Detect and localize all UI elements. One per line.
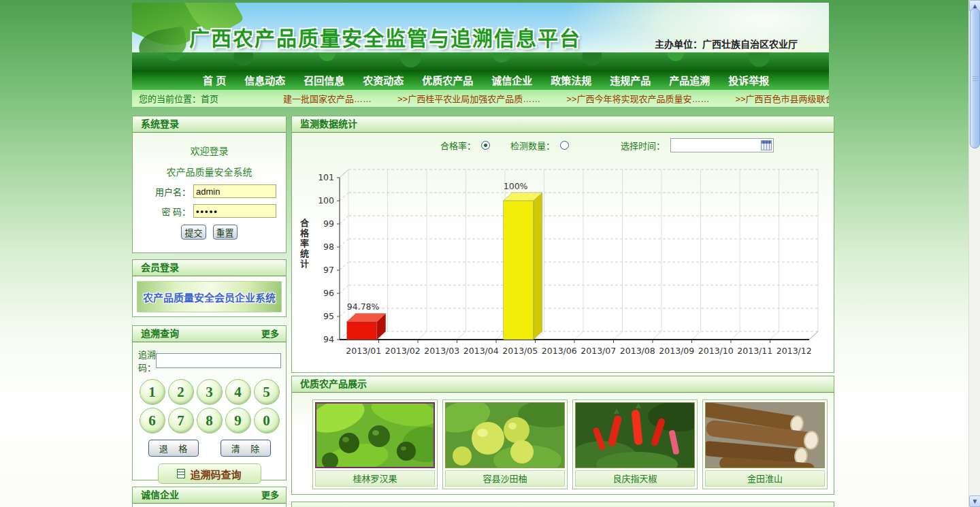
welcome-text: 欢迎登录	[133, 144, 286, 157]
news-link[interactable]: >>广西百色市县两级联合执法检……	[735, 92, 829, 105]
nav-item-trace[interactable]: 产品追溯	[669, 73, 710, 87]
product-card[interactable]: 桂林罗汉果	[312, 399, 438, 489]
trace-more-link[interactable]: 更多	[261, 326, 279, 342]
keypad-button-8[interactable]: 8	[197, 408, 223, 434]
submit-button[interactable]: 提交	[181, 225, 206, 240]
nav-item-home[interactable]: 首 页	[203, 73, 226, 87]
date-picker-box	[670, 138, 774, 152]
news-link[interactable]: >>广西今年将实现农产品质量安……	[566, 92, 709, 105]
svg-text:2013/08: 2013/08	[620, 346, 655, 356]
member-system-banner-text: 农产品质量安全会员企业系统	[143, 290, 276, 304]
treeline-decoration	[132, 52, 829, 70]
trace-query-title: 追溯查询	[141, 326, 179, 342]
product-image-chili	[575, 402, 695, 468]
svg-text:2013/03: 2013/03	[424, 346, 459, 356]
keypad-button-9[interactable]: 9	[225, 408, 251, 434]
keypad-button-3[interactable]: 3	[197, 379, 223, 405]
keypad-button-0[interactable]: 0	[254, 408, 280, 434]
member-system-banner[interactable]: 农产品质量安全会员企业系统	[137, 281, 282, 312]
main-nav: 首 页 信息动态 召回信息 农资动态 优质农产品 诚信企业 政策法规 违规产品 …	[132, 70, 829, 89]
svg-text:101: 101	[318, 172, 334, 182]
keypad-button-7[interactable]: 7	[168, 408, 194, 434]
svg-text:2013/07: 2013/07	[581, 346, 616, 356]
site-banner: 广西农产品质量安全监管与追溯信息平台 主办单位：广西壮族自治区农业厅	[132, 3, 829, 70]
scrollbar-thumb[interactable]	[970, 8, 980, 148]
product-image-yam	[705, 402, 825, 468]
nav-item-recall[interactable]: 召回信息	[304, 73, 344, 87]
chart-y-axis-label: 合格率统计	[297, 218, 310, 269]
username-field[interactable]	[193, 184, 276, 198]
honest-more-link[interactable]: 更多	[261, 487, 279, 503]
trace-code-query-label: 追溯码查询	[190, 467, 241, 481]
pass-rate-radio[interactable]	[481, 141, 490, 150]
calendar-icon[interactable]	[761, 140, 772, 150]
news-link[interactable]: 建一批国家农产品……	[283, 92, 372, 105]
site-organizer: 主办单位：广西壮族自治区农业厅	[655, 37, 798, 50]
document-icon	[177, 469, 185, 478]
product-card[interactable]: 良庆指天椒	[572, 399, 698, 489]
product-card[interactable]: 容县沙田柚	[442, 399, 568, 489]
news-link[interactable]: >>广西桂平农业局加强农产品质……	[397, 92, 540, 105]
reset-button[interactable]: 重置	[213, 225, 238, 240]
monitor-stats-panel: 监测数据统计 合格率： 检测数量： 选择时间： 合格率统计	[291, 116, 834, 373]
trace-code-field[interactable]	[156, 353, 281, 368]
keypad-button-2[interactable]: 2	[168, 379, 194, 405]
honest-enterprises-title: 诚信企业	[141, 487, 179, 503]
product-card[interactable]: 金田淮山	[702, 399, 828, 489]
detect-count-label: 检测数量：	[510, 139, 555, 152]
nav-item-agri-supplies[interactable]: 农资动态	[363, 73, 404, 87]
nav-item-violations[interactable]: 违规产品	[610, 73, 651, 87]
clear-button[interactable]: 清 除	[220, 440, 271, 457]
bar-chart: 9495969798991001012013/012013/022013/032…	[304, 157, 834, 363]
scroll-down-arrow-icon[interactable]: ▼	[969, 495, 980, 507]
pass-rate-label: 合格率：	[440, 139, 476, 152]
product-name: 金田淮山	[705, 470, 825, 487]
honest-enterprises-panel: 诚信企业 更多	[132, 487, 287, 507]
svg-text:100%: 100%	[504, 181, 528, 191]
site-title: 广西农产品质量安全监管与追溯信息平台	[189, 22, 581, 52]
svg-text:2013/04: 2013/04	[463, 346, 499, 356]
nav-item-quality-products[interactable]: 优质农产品	[422, 73, 473, 87]
system-name-text: 农产品质量安全系统	[133, 165, 286, 178]
svg-text:100: 100	[318, 195, 334, 206]
svg-text:96: 96	[323, 288, 334, 298]
trace-code-query-button[interactable]: 追溯码查询	[158, 463, 261, 484]
product-image-shatian-pomelo	[445, 402, 565, 468]
monitor-stats-title: 监测数据统计	[300, 116, 357, 132]
nav-item-complaints[interactable]: 投诉举报	[728, 73, 769, 87]
svg-text:97: 97	[323, 265, 334, 275]
svg-text:2013/01: 2013/01	[346, 346, 381, 356]
member-login-panel: 会员登录 农产品质量安全会员企业系统	[132, 259, 287, 317]
sidebar: 系统登录 欢迎登录 农产品质量安全系统 用户名： 密 码： 提交 重置	[132, 116, 287, 507]
scrollbar[interactable]: ▲ ▼	[968, 0, 980, 507]
system-login-panel: 系统登录 欢迎登录 农产品质量安全系统 用户名： 密 码： 提交 重置	[132, 116, 287, 253]
keypad-button-4[interactable]: 4	[225, 379, 251, 405]
detect-count-radio[interactable]	[560, 141, 569, 150]
system-login-title: 系统登录	[141, 116, 179, 132]
product-image-luohanguo	[315, 402, 435, 468]
svg-text:2013/02: 2013/02	[385, 346, 421, 356]
svg-text:94.78%: 94.78%	[347, 301, 380, 312]
keypad-button-5[interactable]: 5	[254, 379, 280, 405]
password-field[interactable]	[193, 204, 276, 218]
password-label: 密 码：	[161, 205, 191, 218]
product-name: 良庆指天椒	[575, 470, 695, 487]
main-column: 监测数据统计 合格率： 检测数量： 选择时间： 合格率统计	[291, 116, 834, 507]
svg-text:2013/09: 2013/09	[659, 346, 694, 356]
page-container: 广西农产品质量安全监管与追溯信息平台 主办单位：广西壮族自治区农业厅 首 页 信…	[132, 3, 834, 507]
svg-text:2013/11: 2013/11	[737, 346, 772, 356]
nav-item-policies[interactable]: 政策法规	[551, 73, 591, 87]
keypad-button-6[interactable]: 6	[140, 408, 165, 434]
date-input[interactable]	[671, 139, 758, 152]
nav-item-news[interactable]: 信息动态	[244, 73, 285, 87]
keypad-button-1[interactable]: 1	[140, 379, 165, 405]
backspace-button[interactable]: 退 格	[148, 440, 199, 457]
quality-products-title: 优质农产品展示	[300, 376, 367, 392]
breadcrumb-ticker-bar: 您的当前位置：首页 建一批国家农产品…… >>广西桂平农业局加强农产品质…… >…	[132, 89, 829, 107]
partial-next-panel	[291, 502, 834, 507]
username-label: 用户名：	[155, 185, 191, 198]
breadcrumb: 您的当前位置：首页	[132, 92, 218, 105]
nav-item-honest-enterprises[interactable]: 诚信企业	[491, 73, 532, 87]
chart-area: 合格率统计 9495969798991001012013/012013/0220…	[292, 157, 834, 365]
trace-keypad: 1 2 3 4 5 6 7 8 9 0	[133, 374, 286, 434]
